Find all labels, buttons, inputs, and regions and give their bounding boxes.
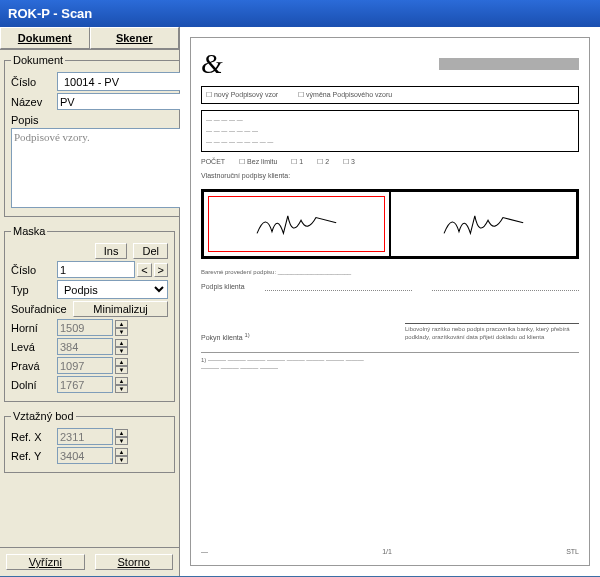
prev-button[interactable]: <: [137, 263, 151, 277]
maska-cislo-input[interactable]: [57, 261, 135, 278]
document-preview: & ☐ nový Podpisový vzor ☐ výměna Podpiso…: [180, 27, 600, 576]
leva-down[interactable]: ▼: [115, 347, 128, 355]
del-button[interactable]: Del: [133, 243, 168, 259]
refx-up[interactable]: ▲: [115, 429, 128, 437]
refx-input[interactable]: [57, 428, 113, 445]
popis-textarea[interactable]: Podpisové vzory.: [11, 128, 201, 208]
ins-button[interactable]: Ins: [95, 243, 128, 259]
logo-ampersand: &: [201, 48, 223, 80]
left-panel: Dokument Skener Dokument Číslo 10014 - P…: [0, 27, 180, 576]
next-button[interactable]: >: [154, 263, 168, 277]
maska-legend: Maska: [11, 225, 47, 237]
skener-tab[interactable]: Skener: [90, 27, 180, 49]
vztazny-group: Vztažný bod Ref. X ▲▼ Ref. Y ▲▼: [4, 410, 175, 473]
nazev-label: Název: [11, 96, 53, 108]
prava-down[interactable]: ▼: [115, 366, 128, 374]
refy-input[interactable]: [57, 447, 113, 464]
horni-input[interactable]: [57, 319, 113, 336]
header-redaction: [439, 58, 579, 70]
horni-label: Horní: [11, 322, 53, 334]
horni-up[interactable]: ▲: [115, 320, 128, 328]
refy-up[interactable]: ▲: [115, 448, 128, 456]
souradnice-label: Souřadnice: [11, 303, 69, 315]
vztazny-legend: Vztažný bod: [11, 410, 76, 422]
maska-group: Maska Ins Del Číslo < > Typ Podpis Souřa…: [4, 225, 175, 402]
dokument-tab[interactable]: Dokument: [0, 27, 90, 49]
popis-label: Popis: [11, 114, 201, 126]
dolni-input[interactable]: [57, 376, 113, 393]
leva-input[interactable]: [57, 338, 113, 355]
refx-down[interactable]: ▼: [115, 437, 128, 445]
dolni-label: Dolní: [11, 379, 53, 391]
storno-button[interactable]: Storno: [95, 554, 174, 570]
dolni-up[interactable]: ▲: [115, 377, 128, 385]
refx-label: Ref. X: [11, 431, 53, 443]
window-title: ROK-P - Scan: [0, 0, 600, 27]
leva-up[interactable]: ▲: [115, 339, 128, 347]
dokument-group: Dokument Číslo 10014 - PV Název Popis Po…: [4, 54, 208, 217]
prava-up[interactable]: ▲: [115, 358, 128, 366]
cislo-label: Číslo: [11, 76, 53, 88]
horni-down[interactable]: ▼: [115, 328, 128, 336]
dolni-down[interactable]: ▼: [115, 385, 128, 393]
signature-cell-1: [203, 191, 390, 257]
minimalizuj-button[interactable]: Minimalizuj: [73, 301, 168, 317]
typ-select[interactable]: Podpis: [57, 280, 168, 299]
prava-label: Pravá: [11, 360, 53, 372]
typ-label: Typ: [11, 284, 53, 296]
refy-down[interactable]: ▼: [115, 456, 128, 464]
prava-input[interactable]: [57, 357, 113, 374]
vyrizni-button[interactable]: Vyřízni: [6, 554, 85, 570]
maska-cislo-label: Číslo: [11, 264, 53, 276]
refy-label: Ref. Y: [11, 450, 53, 462]
dokument-legend: Dokument: [11, 54, 65, 66]
signature-area: [201, 189, 579, 259]
leva-label: Levá: [11, 341, 53, 353]
signature-cell-2: [390, 191, 577, 257]
